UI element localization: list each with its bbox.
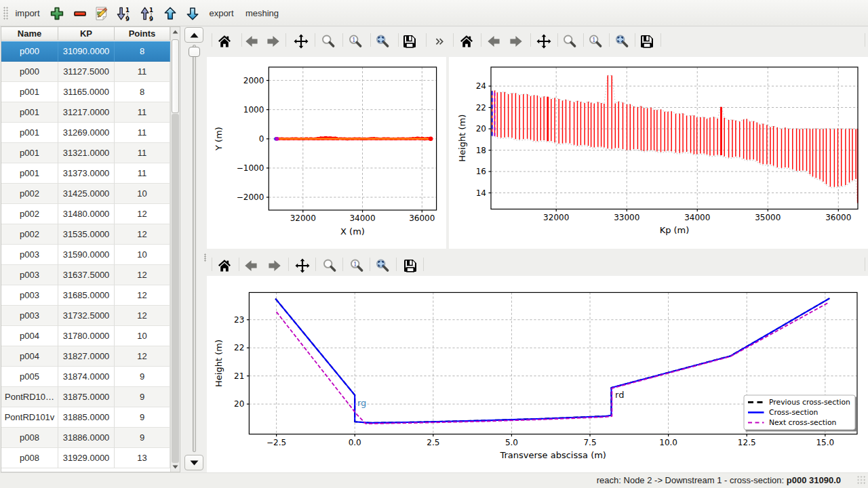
- table-row[interactable]: p00331732.500012: [1, 306, 170, 326]
- zoom-fit-button[interactable]: [372, 256, 393, 276]
- table-row[interactable]: p00031090.00008: [1, 41, 170, 62]
- table-row[interactable]: p00131269.000011: [1, 123, 170, 143]
- zoom-one-button[interactable]: 1: [585, 31, 606, 52]
- svg-text:34000: 34000: [684, 213, 710, 222]
- svg-text:12.5: 12.5: [738, 438, 756, 447]
- cell-points: 11: [115, 102, 170, 123]
- zoom-one-button[interactable]: 1: [346, 256, 368, 276]
- column-header-kp[interactable]: KP: [58, 27, 115, 41]
- save-button[interactable]: [399, 31, 420, 52]
- cell-name: p000: [1, 41, 58, 62]
- overflow-icon: [435, 37, 444, 46]
- back-button[interactable]: [240, 256, 262, 276]
- cell-name: p000: [1, 62, 58, 82]
- forward-button[interactable]: [262, 31, 284, 52]
- scrollbar-track[interactable]: [172, 114, 179, 463]
- slider-handle[interactable]: [189, 47, 200, 57]
- table-row[interactable]: p00431780.000010: [1, 326, 170, 346]
- table-row[interactable]: p00131321.000011: [1, 143, 170, 163]
- zoom-fit-button[interactable]: [611, 31, 633, 52]
- pan-button[interactable]: [290, 31, 312, 52]
- table-row[interactable]: PontRD101v31885.00009: [1, 407, 170, 428]
- table-row[interactable]: p00131217.000011: [1, 102, 170, 123]
- pan-button[interactable]: [292, 256, 313, 276]
- save-icon: [639, 33, 655, 49]
- toolbar-separator: [342, 258, 343, 271]
- scrollbar-down-button[interactable]: [171, 463, 180, 471]
- cell-kp: 31480.0000: [58, 204, 115, 224]
- slider-up-button[interactable]: [184, 27, 203, 43]
- slider-down-button[interactable]: [184, 455, 203, 470]
- cell-points: 12: [115, 346, 170, 367]
- pan-icon: [294, 258, 311, 274]
- table-row[interactable]: p00231480.000012: [1, 204, 170, 224]
- pan-button[interactable]: [533, 31, 555, 52]
- cross-section-slider[interactable]: [193, 45, 196, 452]
- zoom-one-button[interactable]: 1: [344, 31, 366, 52]
- scrollbar-thumb[interactable]: [172, 39, 179, 113]
- table-row[interactable]: p00331590.000010: [1, 245, 170, 265]
- table-row[interactable]: p00031127.500011: [1, 62, 170, 82]
- column-header-name[interactable]: Name: [1, 27, 58, 41]
- table-row[interactable]: p00131373.000011: [1, 163, 170, 184]
- edit-button[interactable]: [94, 1, 110, 25]
- forward-button[interactable]: [264, 256, 285, 276]
- scrollbar-up-button[interactable]: [171, 28, 180, 36]
- splitter-handle[interactable]: [204, 253, 206, 262]
- plan-view-ylabel: Y (m): [214, 127, 224, 151]
- toolbar-overflow-button[interactable]: [433, 31, 446, 52]
- table-row[interactable]: p00231535.000012: [1, 224, 170, 245]
- toolbar-drag-handle[interactable]: [3, 7, 9, 20]
- cross-section-canvas[interactable]: −2.50.02.55.07.510.012.515.020212223Tran…: [207, 276, 868, 472]
- profile-view-canvas[interactable]: 3200033000340003500036000141618202224Kp …: [449, 57, 868, 249]
- table-row[interactable]: p00231425.000010: [1, 184, 170, 204]
- cell-kp: 31090.0000: [58, 41, 115, 62]
- profile-view-series: [492, 75, 858, 203]
- zoom-button[interactable]: [319, 256, 340, 276]
- table-scrollbar[interactable]: [170, 27, 180, 472]
- svg-text:7.5: 7.5: [583, 438, 596, 447]
- cell-kp: 31875.0000: [58, 387, 115, 407]
- forward-button[interactable]: [505, 31, 527, 52]
- toolbar-separator: [865, 258, 865, 271]
- home-button[interactable]: [214, 31, 235, 52]
- sort-desc-button[interactable]: 19: [115, 1, 132, 25]
- home-button[interactable]: [214, 256, 235, 276]
- cell-points: 8: [115, 82, 170, 102]
- meshing-button[interactable]: meshing: [245, 1, 279, 25]
- toolbar-separator: [285, 33, 286, 47]
- move-up-button[interactable]: [162, 1, 178, 25]
- toolbar-separator: [453, 33, 454, 47]
- table-row[interactable]: p00831886.00009: [1, 428, 170, 448]
- table-row[interactable]: p00131165.00008: [1, 82, 170, 102]
- remove-button[interactable]: [72, 1, 88, 25]
- cell-name: p001: [1, 143, 58, 163]
- back-button[interactable]: [241, 31, 262, 52]
- app-toolbar: import1919exportmeshing: [0, 0, 868, 26]
- back-button[interactable]: [483, 31, 505, 52]
- table-row[interactable]: PontRD10…31875.00009: [1, 387, 170, 407]
- zoom-fit-button[interactable]: [372, 31, 393, 52]
- export-button[interactable]: export: [209, 1, 233, 25]
- plan-view-canvas[interactable]: 320003400036000−2000−1000010002000X (m)Y…: [207, 57, 446, 249]
- save-button[interactable]: [399, 256, 421, 276]
- svg-text:Previous cross-section: Previous cross-section: [769, 398, 850, 407]
- table-row[interactable]: p00531874.00009: [1, 367, 170, 387]
- table-row[interactable]: p00331685.000012: [1, 285, 170, 306]
- table-row[interactable]: p00431827.000012: [1, 346, 170, 367]
- zoom-button[interactable]: [559, 31, 580, 52]
- cross-section-ylabel: Height (m): [214, 340, 224, 387]
- column-header-points[interactable]: Points: [115, 27, 170, 41]
- plan-view-axes: 320003400036000−2000−1000010002000: [237, 67, 437, 223]
- move-down-button[interactable]: [184, 1, 201, 25]
- sort-asc-button[interactable]: 19: [139, 1, 155, 25]
- cell-points: 10: [115, 326, 170, 346]
- table-row[interactable]: p00831929.000013: [1, 448, 170, 468]
- save-button[interactable]: [636, 31, 658, 52]
- resize-grip[interactable]: [857, 476, 867, 485]
- zoom-button[interactable]: [317, 31, 339, 52]
- import-button[interactable]: import: [15, 1, 39, 25]
- table-row[interactable]: p00331637.500012: [1, 265, 170, 285]
- home-button[interactable]: [456, 31, 477, 52]
- add-button[interactable]: [49, 1, 65, 25]
